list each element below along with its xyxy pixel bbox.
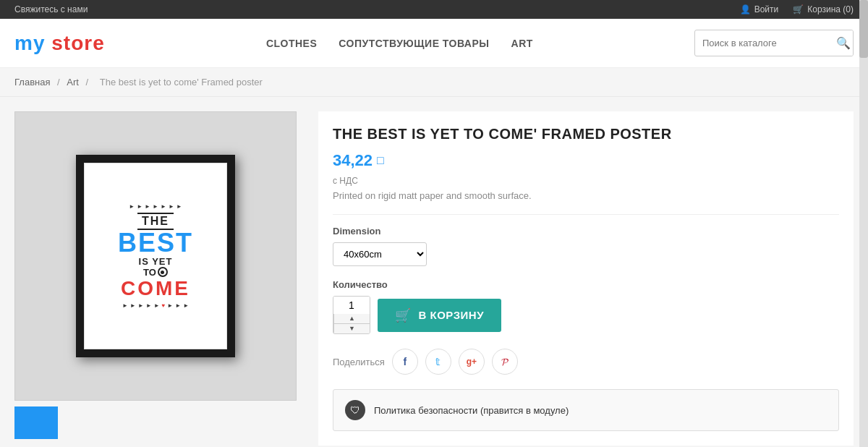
qty-up-button[interactable]: ▲: [334, 314, 370, 324]
main-nav: CLOTHES СОПУТСТВУЮЩИЕ ТОВАРЫ ART: [266, 38, 533, 49]
poster-the-text: THE: [137, 213, 174, 230]
price-value: 34,22: [333, 151, 373, 170]
poster-come-text: COME: [121, 278, 190, 300]
thumbnail-1[interactable]: [14, 406, 58, 439]
poster-inner: ► ► ► ► ► ► ► THE BEST IS YET TO: [85, 163, 226, 349]
nav-item-art[interactable]: ART: [511, 38, 533, 49]
top-bar: Свяжитесь с нами 👤 Войти 🛒 Корзина (0): [0, 0, 868, 19]
product-image-area: ► ► ► ► ► ► ► THE BEST IS YET TO: [14, 111, 297, 446]
product-tax: с НДС: [333, 176, 839, 186]
nav-item-clothes[interactable]: CLOTHES: [266, 38, 317, 49]
logo-store: store: [51, 32, 104, 54]
poster-is-yet-text: IS YET: [139, 256, 173, 267]
login-button[interactable]: 👤 Войти: [740, 4, 779, 14]
product-price: 34,22 □: [333, 151, 839, 170]
main-content: ► ► ► ► ► ► ► THE BEST IS YET TO: [0, 97, 868, 447]
breadcrumb-sep1: /: [57, 77, 62, 88]
product-title: THE BEST IS YET TO COME' FRAMED POSTER: [333, 126, 839, 142]
add-to-cart-label: В КОРЗИНУ: [419, 309, 484, 321]
social-pinterest-button[interactable]: 𝓟: [492, 349, 518, 375]
user-icon: 👤: [740, 4, 751, 14]
poster-arrows-bottom: ► ► ► ► ► ♥ ► ► ►: [122, 302, 189, 309]
header: my store CLOTHES СОПУТСТВУЮЩИЕ ТОВАРЫ AR…: [0, 19, 868, 68]
qty-down-button[interactable]: ▼: [334, 324, 370, 333]
top-bar-right: 👤 Войти 🛒 Корзина (0): [740, 4, 854, 14]
product-info: THE BEST IS YET TO COME' FRAMED POSTER 3…: [318, 111, 854, 446]
currency-icon: □: [377, 154, 384, 167]
poster-target-icon: [158, 267, 168, 277]
search-input[interactable]: [695, 32, 829, 54]
cart-label: Корзина (0): [807, 4, 854, 14]
login-label: Войти: [754, 4, 779, 14]
qty-row: ▲ ▼ 🛒 В КОРЗИНУ: [333, 296, 839, 334]
policy-icon: 🛡: [345, 400, 365, 420]
search-button[interactable]: 🔍: [829, 30, 854, 56]
breadcrumb-home[interactable]: Главная: [14, 77, 50, 88]
nav-item-accessories[interactable]: СОПУТСТВУЮЩИЕ ТОВАРЫ: [339, 38, 489, 49]
cart-button[interactable]: 🛒 Корзина (0): [793, 4, 854, 14]
breadcrumb-category[interactable]: Art: [67, 77, 79, 88]
share-row: Поделиться f 𝕥 g+ 𝓟: [333, 349, 839, 375]
cart-icon: 🛒: [793, 4, 804, 14]
add-to-cart-icon: 🛒: [395, 307, 412, 323]
policy-bar: 🛡 Политика безопасности (правится в моду…: [333, 389, 839, 431]
breadcrumb-sep2: /: [86, 77, 91, 88]
thumbnail-strip: [14, 406, 297, 439]
qty-label: Количество: [333, 279, 839, 290]
qty-input[interactable]: [333, 297, 370, 314]
poster-best-text: BEST: [118, 230, 193, 256]
logo-my: my: [14, 32, 45, 54]
search-box: 🔍: [694, 30, 854, 56]
contact-text: Свяжитесь с нами: [14, 4, 88, 14]
product-divider: [333, 214, 839, 215]
qty-input-wrap: ▲ ▼: [333, 296, 370, 334]
poster-arrows-top: ► ► ► ► ► ► ►: [129, 203, 182, 210]
scrollbar-thumb[interactable]: [859, 0, 868, 58]
social-facebook-button[interactable]: f: [392, 349, 418, 375]
dimension-select[interactable]: 40x60cm 30x40cm 50x70cm: [333, 242, 427, 266]
social-googleplus-button[interactable]: g+: [459, 349, 485, 375]
poster-to-text: TO: [143, 267, 168, 278]
dimension-label: Dimension: [333, 226, 839, 237]
logo[interactable]: my store: [14, 32, 105, 55]
breadcrumb-product: The best is yet to come' Framed poster: [100, 77, 263, 88]
policy-text: Политика безопасности (правится в модуле…: [374, 405, 569, 416]
product-description: Printed on rigid matt paper and smooth s…: [333, 190, 839, 201]
qty-arrows: ▲ ▼: [333, 314, 370, 333]
product-image-main: ► ► ► ► ► ► ► THE BEST IS YET TO: [14, 111, 297, 401]
social-twitter-button[interactable]: 𝕥: [425, 349, 451, 375]
scrollbar[interactable]: [859, 0, 868, 447]
poster-frame: ► ► ► ► ► ► ► THE BEST IS YET TO: [76, 155, 235, 357]
add-to-cart-button[interactable]: 🛒 В КОРЗИНУ: [378, 299, 501, 332]
breadcrumb: Главная / Art / The best is yet to come'…: [0, 68, 868, 97]
share-label: Поделиться: [333, 357, 385, 367]
